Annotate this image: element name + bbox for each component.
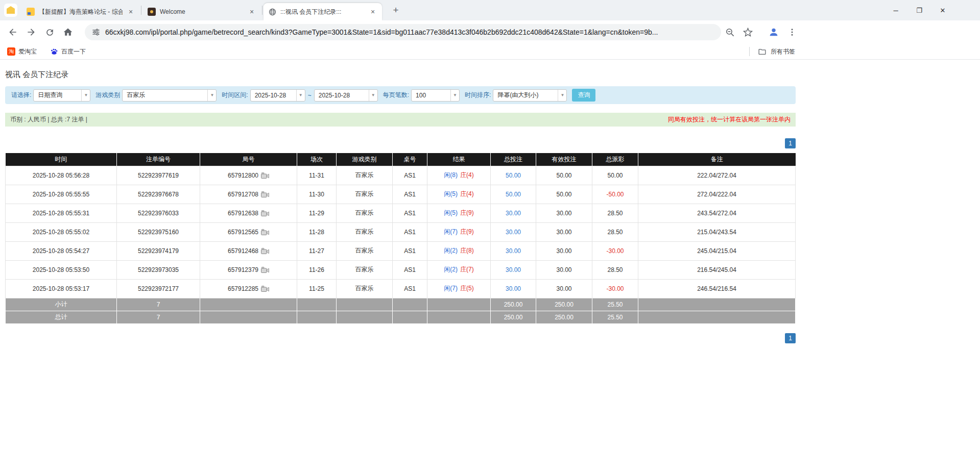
cell-time: 2025-10-28 05:55:02 bbox=[6, 222, 117, 241]
cell-payout: -30.00 bbox=[592, 241, 638, 260]
col-header-time: 时间 bbox=[6, 153, 117, 166]
forward-button[interactable] bbox=[23, 24, 39, 40]
tab-bet-records[interactable]: :::视讯 会员下注纪录::: × bbox=[264, 3, 382, 20]
tab-forum[interactable]: 【新提醒】海燕策略论坛 - 综合 × bbox=[21, 3, 140, 20]
home-button[interactable] bbox=[60, 24, 76, 40]
camera-icon[interactable] bbox=[261, 229, 269, 235]
cell-note: 245.04/215.04 bbox=[638, 241, 796, 260]
query-type-select[interactable]: 日期查询 ▼ bbox=[33, 89, 90, 102]
round-number: 657912565 bbox=[228, 229, 258, 236]
total-bet-link[interactable]: 50.00 bbox=[506, 191, 521, 198]
maximize-button[interactable]: ❐ bbox=[915, 7, 924, 14]
subtotal-count: 7 bbox=[117, 298, 200, 311]
bookmark-baidu[interactable]: 百度一下 bbox=[50, 47, 86, 56]
back-button[interactable] bbox=[5, 24, 20, 40]
cell-note: 246.54/216.54 bbox=[638, 279, 796, 298]
cell-round: 657912638 bbox=[200, 204, 297, 222]
result-banker: 庄(9) bbox=[460, 228, 474, 235]
cell-session: 11-27 bbox=[297, 241, 337, 260]
all-bookmarks[interactable]: 所有书签 bbox=[749, 47, 795, 56]
camera-icon[interactable] bbox=[261, 286, 269, 292]
tab-separator bbox=[262, 6, 262, 15]
total-bet-link[interactable]: 30.00 bbox=[506, 285, 521, 292]
total-bet-link[interactable]: 30.00 bbox=[506, 266, 521, 273]
cell-table-number: AS1 bbox=[393, 166, 427, 185]
cell-table-number: AS1 bbox=[393, 260, 427, 279]
tab-close-icon[interactable]: × bbox=[369, 8, 377, 16]
cell-session: 11-31 bbox=[297, 166, 337, 185]
col-header-round: 局号 bbox=[200, 153, 297, 166]
tab-close-icon[interactable]: × bbox=[127, 8, 135, 16]
camera-icon[interactable] bbox=[261, 267, 269, 273]
profile-avatar-icon[interactable] bbox=[768, 27, 779, 38]
chevron-down-icon: ▼ bbox=[296, 90, 305, 101]
tab-forum-favicon bbox=[27, 8, 35, 16]
page-size-label: 每页笔数: bbox=[383, 91, 409, 99]
cell-table-number: AS1 bbox=[393, 204, 427, 222]
minimize-button[interactable]: ─ bbox=[891, 7, 900, 14]
reload-button[interactable] bbox=[42, 24, 57, 40]
col-header-game-type: 游戏类别 bbox=[337, 153, 393, 166]
total-bet-link[interactable]: 30.00 bbox=[506, 247, 521, 255]
pagination-bottom: 1 bbox=[5, 333, 796, 343]
cell-round: 657912708 bbox=[200, 185, 297, 204]
table-row: 2025-10-28 05:56:28 522923977619 6579128… bbox=[6, 166, 796, 185]
col-header-note: 备注 bbox=[638, 153, 796, 166]
menu-dots-icon[interactable] bbox=[787, 28, 797, 37]
result-banker: 庄(4) bbox=[460, 190, 474, 197]
close-button[interactable]: ✕ bbox=[938, 7, 947, 14]
table-row: 2025-10-28 05:53:50 522923973035 6579123… bbox=[6, 260, 796, 279]
tab-title: Welcome bbox=[160, 8, 244, 15]
cell-bet-id: 522923974179 bbox=[117, 241, 200, 260]
date-from-select[interactable]: 2025-10-28 ▼ bbox=[250, 89, 305, 102]
cell-bet-id: 522923972177 bbox=[117, 279, 200, 298]
col-header-payout: 总派彩 bbox=[592, 153, 638, 166]
cell-note: 272.04/222.04 bbox=[638, 185, 796, 204]
page-content: 视讯 会员下注纪录 请选择: 日期查询 ▼ 游戏类别 百家乐 ▼ 时间区间: 2… bbox=[5, 70, 796, 343]
page-1-button[interactable]: 1 bbox=[785, 138, 796, 148]
result-player: 闲(5) bbox=[444, 209, 458, 216]
result-player: 闲(7) bbox=[444, 285, 458, 292]
page-1-button[interactable]: 1 bbox=[785, 333, 796, 343]
new-tab-button[interactable]: + bbox=[389, 4, 402, 17]
tab-welcome[interactable]: Welcome × bbox=[142, 3, 261, 20]
chevron-down-icon: ▼ bbox=[207, 90, 216, 101]
url-text[interactable]: 66cxkj98.com/ipl/portal.php/game/betreco… bbox=[105, 28, 658, 36]
total-bet-link[interactable]: 30.00 bbox=[506, 210, 521, 217]
tab-title: 【新提醒】海燕策略论坛 - 综合 bbox=[39, 8, 123, 16]
result-player: 闲(2) bbox=[444, 247, 458, 254]
camera-icon[interactable] bbox=[261, 172, 269, 179]
camera-icon[interactable] bbox=[261, 210, 269, 216]
tab-close-icon[interactable]: × bbox=[248, 8, 256, 16]
total-bet-link[interactable]: 50.00 bbox=[506, 172, 521, 179]
window-controls: ─ ❐ ✕ bbox=[891, 0, 947, 20]
col-header-total-bet: 总投注 bbox=[491, 153, 536, 166]
camera-icon[interactable] bbox=[261, 191, 269, 197]
cell-table-number: AS1 bbox=[393, 185, 427, 204]
cell-payout: -50.00 bbox=[592, 185, 638, 204]
sort-label: 时间排序: bbox=[465, 91, 491, 99]
cell-table-number: AS1 bbox=[393, 241, 427, 260]
bookmark-taobao[interactable]: 淘 爱淘宝 bbox=[7, 47, 37, 56]
zoom-icon[interactable] bbox=[725, 28, 735, 37]
pinned-app-icon[interactable] bbox=[4, 4, 17, 17]
search-button[interactable]: 查询 bbox=[572, 89, 595, 102]
cell-time: 2025-10-28 05:56:28 bbox=[6, 166, 117, 185]
url-bar[interactable]: 66cxkj98.com/ipl/portal.php/game/betreco… bbox=[85, 24, 721, 40]
subtotal-payout: 25.50 bbox=[592, 298, 638, 311]
date-to-select[interactable]: 2025-10-28 ▼ bbox=[314, 89, 378, 102]
total-bet-link[interactable]: 30.00 bbox=[506, 229, 521, 236]
cell-result: 闲(8)庄(4) bbox=[427, 166, 491, 185]
camera-icon[interactable] bbox=[261, 248, 269, 254]
page-size-select[interactable]: 100 ▼ bbox=[411, 89, 460, 102]
cell-round: 657912468 bbox=[200, 241, 297, 260]
round-number: 657912708 bbox=[228, 191, 258, 198]
tab-separator bbox=[141, 6, 141, 15]
site-settings-icon[interactable] bbox=[92, 28, 100, 36]
sort-select[interactable]: 降幂(由大到小) ▼ bbox=[493, 89, 567, 102]
cell-valid-bet: 50.00 bbox=[536, 166, 592, 185]
game-type-select[interactable]: 百家乐 ▼ bbox=[122, 89, 217, 102]
cell-payout: -30.00 bbox=[592, 279, 638, 298]
cell-valid-bet: 30.00 bbox=[536, 260, 592, 279]
bookmark-star-icon[interactable] bbox=[743, 28, 753, 37]
